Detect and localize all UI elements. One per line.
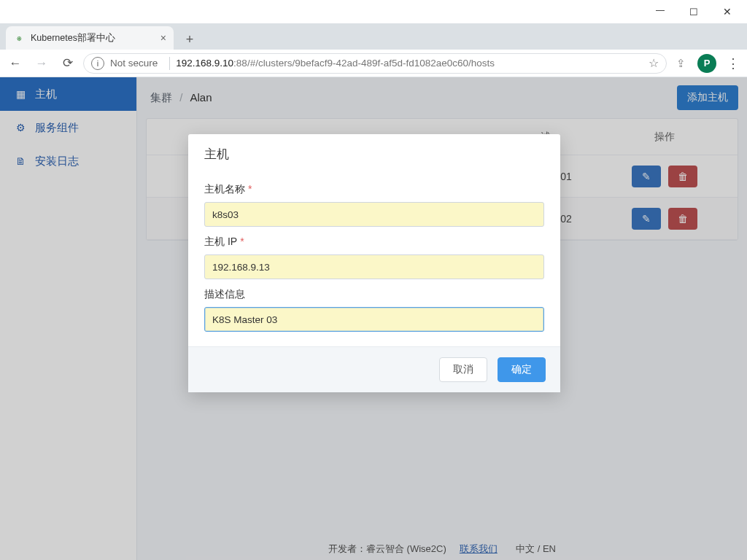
modal-body: 主机名称* 主机 IP* 描述信息 — [188, 170, 560, 346]
bookmark-star-icon[interactable]: ☆ — [649, 56, 659, 70]
field-host-desc: 描述信息 — [204, 288, 544, 332]
confirm-button[interactable]: 确定 — [498, 357, 546, 382]
browser-tabstrip: ⎈ Kubernetes部署中心 × + — [0, 23, 747, 50]
browser-tab[interactable]: ⎈ Kubernetes部署中心 × — [6, 26, 174, 50]
nav-forward-button[interactable]: → — [31, 52, 53, 74]
required-mark: * — [248, 183, 252, 195]
nav-reload-button[interactable]: ⟳ — [57, 52, 79, 74]
field-label: 主机名称* — [204, 183, 544, 196]
host-ip-input[interactable] — [204, 254, 544, 279]
field-host-name: 主机名称* — [204, 183, 544, 227]
tab-close-icon[interactable]: × — [153, 32, 166, 44]
nav-back-button[interactable]: ← — [4, 52, 26, 74]
field-label: 主机 IP* — [204, 236, 544, 249]
window-maximize-button[interactable] — [677, 0, 711, 23]
field-host-ip: 主机 IP* — [204, 236, 544, 279]
host-name-input[interactable] — [204, 202, 544, 227]
browser-toolbar: ← → ⟳ i Not secure 192.168.9.10 :88/#/cl… — [0, 50, 747, 77]
share-icon[interactable]: ⇪ — [671, 57, 690, 70]
window-close-button[interactable] — [711, 0, 744, 23]
host-desc-input[interactable] — [204, 307, 544, 332]
cancel-button[interactable]: 取消 — [439, 357, 487, 382]
not-secure-label: Not secure — [110, 58, 158, 69]
url-host: 192.168.9.10 — [176, 58, 233, 69]
browser-tab-title: Kubernetes部署中心 — [31, 32, 115, 44]
url-path: :88/#/clusters/9befacf9-42ad-489f-af5d-f… — [233, 58, 495, 69]
new-tab-button[interactable]: + — [179, 29, 200, 50]
address-bar[interactable]: i Not secure 192.168.9.10 :88/#/clusters… — [83, 53, 667, 74]
window-minimize-button[interactable] — [643, 0, 677, 23]
addr-separator — [169, 57, 170, 70]
modal-footer: 取消 确定 — [188, 346, 560, 392]
site-info-icon[interactable]: i — [91, 57, 104, 70]
modal-title: 主机 — [188, 134, 560, 170]
browser-menu-button[interactable]: ⋮ — [724, 55, 743, 71]
required-mark: * — [240, 236, 244, 247]
window-titlebar — [0, 0, 747, 23]
k8s-favicon-icon: ⎈ — [13, 32, 25, 44]
add-host-modal: 主机 主机名称* 主机 IP* 描述信息 取消 确定 — [188, 134, 560, 392]
field-label: 描述信息 — [204, 288, 544, 301]
profile-avatar[interactable]: P — [697, 54, 716, 73]
